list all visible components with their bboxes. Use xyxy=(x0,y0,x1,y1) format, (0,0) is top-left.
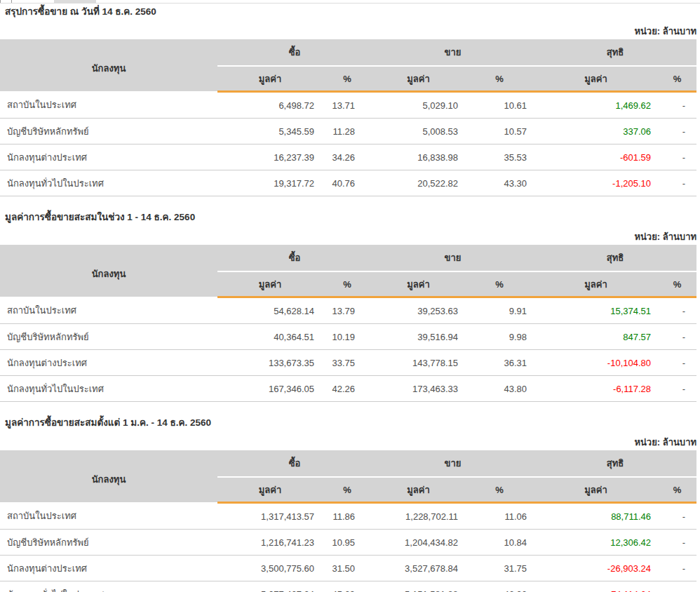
table-row: นักลงทุนทั่วไปในประเทศ 19,317.72 40.76 2… xyxy=(0,170,696,196)
sell-percent: 9.91 xyxy=(465,297,534,324)
net-percent: - xyxy=(658,170,696,196)
net-percent: - xyxy=(658,530,696,556)
buy-value: 16,237.39 xyxy=(217,144,323,170)
sell-value: 20,522.82 xyxy=(372,170,465,196)
net-percent: - xyxy=(658,350,696,376)
col-header-buy-percent: % xyxy=(323,271,372,297)
sell-value: 5,151,581.88 xyxy=(372,581,465,592)
unit-label: หน่วย: ล้านบาท xyxy=(0,26,696,37)
daily-summary-section: สรุปการซื้อขาย ณ วันที่ 14 ธ.ค. 2560 หน่… xyxy=(0,6,700,196)
col-header-buy-value: มูลค่า xyxy=(217,271,323,297)
net-value: 88,711.46 xyxy=(534,503,658,530)
buy-value: 6,498.72 xyxy=(217,92,323,119)
buy-percent: 31.50 xyxy=(323,556,372,581)
col-header-net-percent: % xyxy=(658,477,696,503)
net-percent: - xyxy=(658,119,696,144)
section-title: มูลค่าการซื้อขายสะสมในช่วง 1 - 14 ธ.ค. 2… xyxy=(5,211,700,224)
buy-value: 3,500,775.60 xyxy=(217,556,323,581)
sell-value: 1,228,702.11 xyxy=(372,503,465,530)
buy-percent: 34.26 xyxy=(323,144,372,170)
buy-value: 167,346.05 xyxy=(217,376,323,402)
net-percent: - xyxy=(658,92,696,119)
sell-value: 5,008.53 xyxy=(372,119,465,144)
col-header-sell-value: มูลค่า xyxy=(372,66,465,92)
sell-value: 39,253.63 xyxy=(372,297,465,324)
net-value: -10,104.80 xyxy=(534,350,658,376)
tab-fragment-inactive[interactable] xyxy=(54,0,96,3)
investor-name: สถาบันในประเทศ xyxy=(0,297,217,324)
col-header-net-percent: % xyxy=(658,66,696,92)
net-value: 847.57 xyxy=(534,324,658,350)
sell-percent: 10.57 xyxy=(465,119,534,144)
table-row: บัญชีบริษัทหลักทรัพย์ 40,364.51 10.19 39… xyxy=(0,324,696,350)
sell-percent: 35.53 xyxy=(465,144,534,170)
net-value: 12,306.42 xyxy=(534,530,658,556)
sell-percent: 10.61 xyxy=(465,92,534,119)
col-header-buy-percent: % xyxy=(323,477,372,503)
investor-trading-table: นักลงทุน ซื้อ ขาย สุทธิ มูลค่า % มูลค่า … xyxy=(0,450,696,592)
col-header-net-percent: % xyxy=(658,271,696,297)
investor-name: นักลงทุนต่างประเทศ xyxy=(0,350,217,376)
col-header-buy-value: มูลค่า xyxy=(217,477,323,503)
sell-value: 5,029.10 xyxy=(372,92,465,119)
unit-label: หน่วย: ล้านบาท xyxy=(0,437,696,448)
buy-percent: 13.71 xyxy=(323,92,372,119)
col-group-net: สุทธิ xyxy=(534,245,696,271)
unit-label: หน่วย: ล้านบาท xyxy=(0,231,696,243)
tab-fragment-active[interactable] xyxy=(0,0,12,3)
investor-name: นักลงทุนทั่วไปในประเทศ xyxy=(0,581,217,592)
buy-value: 19,317.72 xyxy=(217,170,323,196)
col-group-buy: ซื้อ xyxy=(217,245,372,271)
net-percent: - xyxy=(658,324,696,350)
net-percent: - xyxy=(658,376,696,402)
net-value: -26,903.24 xyxy=(534,556,658,581)
buy-value: 5,345.59 xyxy=(217,119,323,144)
sell-percent: 36.31 xyxy=(465,350,534,376)
buy-value: 5,077,467.24 xyxy=(217,581,323,592)
table-row: บัญชีบริษัทหลักทรัพย์ 5,345.59 11.28 5,0… xyxy=(0,119,696,144)
col-header-buy-percent: % xyxy=(323,66,372,92)
net-value: -601.59 xyxy=(534,144,658,170)
sell-value: 16,838.98 xyxy=(372,144,465,170)
sell-percent: 46.36 xyxy=(465,581,534,592)
buy-percent: 11.86 xyxy=(323,503,372,530)
table-row: สถาบันในประเทศ 1,317,413.57 11.86 1,228,… xyxy=(0,503,696,530)
investor-trading-table: นักลงทุน ซื้อ ขาย สุทธิ มูลค่า % มูลค่า … xyxy=(0,39,696,196)
table-row: นักลงทุนต่างประเทศ 3,500,775.60 31.50 3,… xyxy=(0,556,696,581)
table-row: สถาบันในประเทศ 6,498.72 13.71 5,029.10 1… xyxy=(0,92,696,119)
sell-value: 143,778.15 xyxy=(372,350,465,376)
net-value: -6,117.28 xyxy=(534,376,658,402)
sell-percent: 43.80 xyxy=(465,376,534,402)
investor-name: บัญชีบริษัทหลักทรัพย์ xyxy=(0,119,217,144)
table-row: นักลงทุนทั่วไปในประเทศ 5,077,467.24 45.6… xyxy=(0,581,696,592)
col-header-sell-value: มูลค่า xyxy=(372,477,465,503)
table-row: นักลงทุนต่างประเทศ 133,673.35 33.75 143,… xyxy=(0,350,696,376)
net-percent: - xyxy=(658,581,696,592)
sell-percent: 11.06 xyxy=(465,503,534,530)
buy-value: 54,628.14 xyxy=(217,297,323,324)
investor-name: สถาบันในประเทศ xyxy=(0,92,217,119)
sell-percent: 31.75 xyxy=(465,556,534,581)
buy-value: 1,216,741.23 xyxy=(217,530,323,556)
investor-name: นักลงทุนต่างประเทศ xyxy=(0,556,217,581)
buy-value: 1,317,413.57 xyxy=(217,503,323,530)
investor-name: นักลงทุนทั่วไปในประเทศ xyxy=(0,170,217,196)
sell-value: 1,204,434.82 xyxy=(372,530,465,556)
col-group-buy: ซื้อ xyxy=(217,450,372,477)
investor-name: นักลงทุนทั่วไปในประเทศ xyxy=(0,376,217,402)
col-header-net-value: มูลค่า xyxy=(534,271,658,297)
year-to-date-section: มูลค่าการซื้อขายสะสมตั้งแต่ 1 ม.ค. - 14 … xyxy=(0,417,700,592)
table-row: นักลงทุนต่างประเทศ 16,237.39 34.26 16,83… xyxy=(0,144,696,170)
table-row: สถาบันในประเทศ 54,628.14 13.79 39,253.63… xyxy=(0,297,696,324)
section-title: มูลค่าการซื้อขายสะสมตั้งแต่ 1 ม.ค. - 14 … xyxy=(5,417,700,429)
col-header-net-value: มูลค่า xyxy=(534,66,658,92)
tab-strip-remnant xyxy=(0,0,700,4)
section-title: สรุปการซื้อขาย ณ วันที่ 14 ธ.ค. 2560 xyxy=(5,6,700,18)
buy-value: 40,364.51 xyxy=(217,324,323,350)
sell-percent: 10.84 xyxy=(465,530,534,556)
col-group-buy: ซื้อ xyxy=(217,39,372,66)
col-header-investor: นักลงทุน xyxy=(0,450,217,503)
table-row: นักลงทุนทั่วไปในประเทศ 167,346.05 42.26 … xyxy=(0,376,696,402)
net-percent: - xyxy=(658,144,696,170)
col-group-sell: ขาย xyxy=(372,245,534,271)
